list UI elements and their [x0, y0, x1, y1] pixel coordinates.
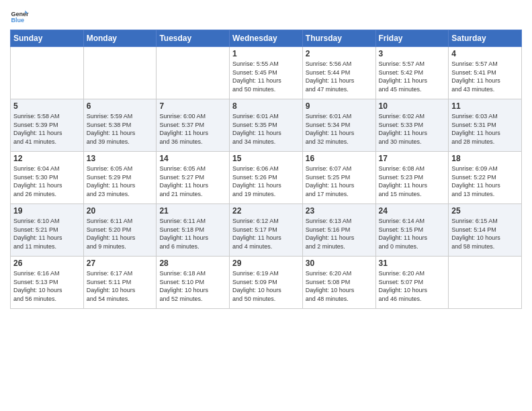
day-number: 11	[451, 101, 519, 111]
calendar-cell: 6Sunrise: 5:59 AM Sunset: 5:38 PM Daylig…	[83, 99, 157, 152]
calendar-cell: 18Sunrise: 6:09 AM Sunset: 5:22 PM Dayli…	[449, 152, 522, 204]
calendar-week-3: 12Sunrise: 6:04 AM Sunset: 5:30 PM Dayli…	[11, 152, 522, 204]
day-info: Sunrise: 6:01 AM Sunset: 5:35 PM Dayligh…	[232, 112, 300, 146]
day-info: Sunrise: 6:19 AM Sunset: 5:09 PM Dayligh…	[232, 269, 300, 303]
day-number: 25	[451, 206, 519, 216]
calendar-cell: 27Sunrise: 6:17 AM Sunset: 5:11 PM Dayli…	[83, 257, 157, 309]
calendar-cell: 22Sunrise: 6:12 AM Sunset: 5:17 PM Dayli…	[230, 204, 303, 257]
day-number: 1	[232, 49, 300, 58]
day-number: 14	[159, 154, 226, 163]
day-info: Sunrise: 6:16 AM Sunset: 5:13 PM Dayligh…	[13, 269, 81, 303]
day-info: Sunrise: 6:07 AM Sunset: 5:25 PM Dayligh…	[306, 165, 373, 198]
day-number: 13	[87, 154, 154, 163]
day-number: 21	[159, 206, 226, 216]
weekday-header-wednesday: Wednesday	[230, 30, 303, 47]
calendar-cell: 29Sunrise: 6:19 AM Sunset: 5:09 PM Dayli…	[230, 257, 303, 309]
weekday-header-monday: Monday	[83, 30, 157, 47]
svg-text:Blue: Blue	[11, 17, 24, 24]
weekday-header-saturday: Saturday	[449, 30, 522, 47]
day-number: 8	[232, 101, 300, 111]
calendar-cell: 7Sunrise: 6:00 AM Sunset: 5:37 PM Daylig…	[157, 99, 230, 152]
calendar-cell: 4Sunrise: 5:57 AM Sunset: 5:41 PM Daylig…	[449, 47, 522, 99]
day-info: Sunrise: 6:05 AM Sunset: 5:29 PM Dayligh…	[87, 165, 154, 198]
calendar-cell: 20Sunrise: 6:11 AM Sunset: 5:20 PM Dayli…	[83, 204, 157, 257]
calendar-cell: 11Sunrise: 6:03 AM Sunset: 5:31 PM Dayli…	[449, 99, 522, 152]
calendar-cell: 17Sunrise: 6:08 AM Sunset: 5:23 PM Dayli…	[375, 152, 449, 204]
day-info: Sunrise: 5:57 AM Sunset: 5:41 PM Dayligh…	[451, 60, 519, 93]
day-number: 9	[306, 101, 373, 111]
day-info: Sunrise: 6:12 AM Sunset: 5:17 PM Dayligh…	[232, 217, 300, 250]
day-number: 28	[159, 259, 226, 268]
calendar-cell: 8Sunrise: 6:01 AM Sunset: 5:35 PM Daylig…	[230, 99, 303, 152]
calendar-cell: 15Sunrise: 6:06 AM Sunset: 5:26 PM Dayli…	[230, 152, 303, 204]
calendar-cell: 25Sunrise: 6:15 AM Sunset: 5:14 PM Dayli…	[449, 204, 522, 257]
day-number: 30	[306, 259, 373, 268]
logo-icon: General Blue	[10, 7, 29, 26]
calendar-cell: 14Sunrise: 6:05 AM Sunset: 5:27 PM Dayli…	[157, 152, 230, 204]
day-info: Sunrise: 6:01 AM Sunset: 5:34 PM Dayligh…	[306, 112, 373, 146]
day-info: Sunrise: 5:59 AM Sunset: 5:38 PM Dayligh…	[87, 112, 154, 146]
calendar-cell: 23Sunrise: 6:13 AM Sunset: 5:16 PM Dayli…	[302, 204, 375, 257]
logo: General Blue	[10, 7, 29, 26]
day-number: 31	[379, 259, 446, 268]
day-number: 2	[306, 49, 373, 58]
day-info: Sunrise: 6:04 AM Sunset: 5:30 PM Dayligh…	[13, 165, 81, 198]
day-number: 3	[379, 49, 446, 58]
calendar-cell	[83, 47, 157, 99]
day-info: Sunrise: 6:18 AM Sunset: 5:10 PM Dayligh…	[159, 269, 226, 303]
weekday-header-row: SundayMondayTuesdayWednesdayThursdayFrid…	[11, 30, 522, 47]
day-number: 19	[13, 206, 81, 216]
day-number: 15	[232, 154, 300, 163]
calendar-cell: 13Sunrise: 6:05 AM Sunset: 5:29 PM Dayli…	[83, 152, 157, 204]
day-info: Sunrise: 5:56 AM Sunset: 5:44 PM Dayligh…	[306, 60, 373, 93]
calendar-cell: 31Sunrise: 6:20 AM Sunset: 5:07 PM Dayli…	[375, 257, 449, 309]
calendar-cell: 3Sunrise: 5:57 AM Sunset: 5:42 PM Daylig…	[375, 47, 449, 99]
calendar-cell: 16Sunrise: 6:07 AM Sunset: 5:25 PM Dayli…	[302, 152, 375, 204]
day-info: Sunrise: 6:05 AM Sunset: 5:27 PM Dayligh…	[159, 165, 226, 198]
day-info: Sunrise: 6:11 AM Sunset: 5:20 PM Dayligh…	[87, 217, 154, 250]
day-number: 24	[379, 206, 446, 216]
day-info: Sunrise: 6:00 AM Sunset: 5:37 PM Dayligh…	[159, 112, 226, 146]
day-info: Sunrise: 6:03 AM Sunset: 5:31 PM Dayligh…	[451, 112, 519, 146]
day-info: Sunrise: 5:58 AM Sunset: 5:39 PM Dayligh…	[13, 112, 81, 146]
weekday-header-tuesday: Tuesday	[157, 30, 230, 47]
calendar-cell: 28Sunrise: 6:18 AM Sunset: 5:10 PM Dayli…	[157, 257, 230, 309]
day-info: Sunrise: 6:20 AM Sunset: 5:07 PM Dayligh…	[379, 269, 446, 303]
calendar-cell: 24Sunrise: 6:14 AM Sunset: 5:15 PM Dayli…	[375, 204, 449, 257]
calendar-week-5: 26Sunrise: 6:16 AM Sunset: 5:13 PM Dayli…	[11, 257, 522, 309]
day-info: Sunrise: 6:20 AM Sunset: 5:08 PM Dayligh…	[306, 269, 373, 303]
day-number: 23	[306, 206, 373, 216]
day-info: Sunrise: 6:06 AM Sunset: 5:26 PM Dayligh…	[232, 165, 300, 198]
day-number: 22	[232, 206, 300, 216]
day-info: Sunrise: 6:09 AM Sunset: 5:22 PM Dayligh…	[451, 165, 519, 198]
calendar-page: General Blue SundayMondayTuesdayWednesda…	[0, 0, 532, 411]
calendar-table: SundayMondayTuesdayWednesdayThursdayFrid…	[10, 30, 522, 309]
day-number: 18	[451, 154, 519, 163]
calendar-cell	[157, 47, 230, 99]
day-info: Sunrise: 6:13 AM Sunset: 5:16 PM Dayligh…	[306, 217, 373, 250]
day-info: Sunrise: 6:08 AM Sunset: 5:23 PM Dayligh…	[379, 165, 446, 198]
day-number: 16	[306, 154, 373, 163]
weekday-header-sunday: Sunday	[11, 30, 84, 47]
day-number: 17	[379, 154, 446, 163]
day-number: 12	[13, 154, 81, 163]
calendar-cell: 10Sunrise: 6:02 AM Sunset: 5:33 PM Dayli…	[375, 99, 449, 152]
day-info: Sunrise: 5:57 AM Sunset: 5:42 PM Dayligh…	[379, 60, 446, 93]
calendar-cell: 26Sunrise: 6:16 AM Sunset: 5:13 PM Dayli…	[11, 257, 84, 309]
day-number: 27	[87, 259, 154, 268]
day-info: Sunrise: 6:02 AM Sunset: 5:33 PM Dayligh…	[379, 112, 446, 146]
day-info: Sunrise: 6:11 AM Sunset: 5:18 PM Dayligh…	[159, 217, 226, 250]
day-number: 10	[379, 101, 446, 111]
calendar-cell: 30Sunrise: 6:20 AM Sunset: 5:08 PM Dayli…	[302, 257, 375, 309]
calendar-cell: 1Sunrise: 5:55 AM Sunset: 5:45 PM Daylig…	[230, 47, 303, 99]
day-number: 6	[87, 101, 154, 111]
calendar-cell: 5Sunrise: 5:58 AM Sunset: 5:39 PM Daylig…	[11, 99, 84, 152]
calendar-cell: 12Sunrise: 6:04 AM Sunset: 5:30 PM Dayli…	[11, 152, 84, 204]
calendar-week-2: 5Sunrise: 5:58 AM Sunset: 5:39 PM Daylig…	[11, 99, 522, 152]
page-header: General Blue	[10, 7, 522, 26]
calendar-cell: 9Sunrise: 6:01 AM Sunset: 5:34 PM Daylig…	[302, 99, 375, 152]
day-info: Sunrise: 6:10 AM Sunset: 5:21 PM Dayligh…	[13, 217, 81, 250]
calendar-week-1: 1Sunrise: 5:55 AM Sunset: 5:45 PM Daylig…	[11, 47, 522, 99]
calendar-cell: 2Sunrise: 5:56 AM Sunset: 5:44 PM Daylig…	[302, 47, 375, 99]
day-number: 29	[232, 259, 300, 268]
